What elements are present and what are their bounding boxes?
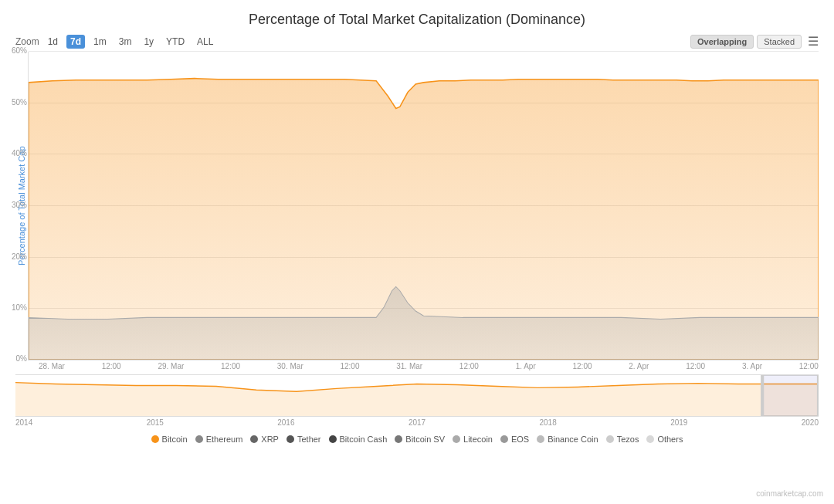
legend-others[interactable]: Others xyxy=(646,435,683,444)
svg-rect-2 xyxy=(817,375,819,416)
zoom-3m[interactable]: 3m xyxy=(115,35,136,49)
nav-label-2014: 2014 xyxy=(15,418,32,427)
litecoin-dot xyxy=(453,435,460,443)
x-label-1200-4: 12:00 xyxy=(459,362,479,370)
zoom-controls: Zoom 1d 7d 1m 3m 1y YTD ALL xyxy=(15,35,217,49)
x-label-28mar: 28. Mar xyxy=(39,362,65,370)
bitcoin-cash-dot xyxy=(329,435,337,443)
view-stacked[interactable]: Stacked xyxy=(757,35,802,49)
top-controls: Zoom 1d 7d 1m 3m 1y YTD ALL Overlapping … xyxy=(8,34,826,49)
xrp-dot xyxy=(250,435,258,443)
navigator-container xyxy=(15,374,819,417)
svg-rect-0 xyxy=(762,375,819,416)
legend-tezos[interactable]: Tezos xyxy=(606,435,639,444)
zoom-1d[interactable]: 1d xyxy=(44,35,62,49)
x-label-2apr: 2. Apr xyxy=(629,362,649,370)
bitcoin-sv-dot xyxy=(395,435,402,443)
zoom-label: Zoom xyxy=(15,36,39,47)
x-axis-labels: 28. Mar 12:00 29. Mar 12:00 30. Mar 12:0… xyxy=(39,362,819,370)
view-overlapping[interactable]: Overlapping xyxy=(690,35,754,49)
x-label-1200-7: 12:00 xyxy=(799,362,819,370)
bitcoin-dot xyxy=(151,435,159,443)
zoom-all[interactable]: ALL xyxy=(193,35,217,49)
nav-label-2019: 2019 xyxy=(670,418,687,427)
nav-label-2016: 2016 xyxy=(277,418,294,427)
legend-ethereum[interactable]: Ethereum xyxy=(195,435,243,444)
legend-litecoin[interactable]: Litecoin xyxy=(453,435,493,444)
xrp-label: XRP xyxy=(261,435,279,444)
navigator-x-labels: 2014 2015 2016 2017 2018 2019 2020 xyxy=(8,417,826,428)
menu-icon[interactable]: ☰ xyxy=(808,34,819,49)
binance-coin-dot xyxy=(537,435,544,443)
x-label-1200-2: 12:00 xyxy=(221,362,240,370)
zoom-7d[interactable]: 7d xyxy=(66,35,85,49)
nav-label-2015: 2015 xyxy=(147,418,164,427)
legend-binance-coin[interactable]: Binance Coin xyxy=(537,435,598,444)
bitcoin-cash-label: Bitcoin Cash xyxy=(340,435,388,444)
x-label-1apr: 1. Apr xyxy=(516,362,536,370)
bitcoin-label: Bitcoin xyxy=(162,435,188,444)
legend-xrp[interactable]: XRP xyxy=(250,435,279,444)
navigator-svg xyxy=(15,375,819,416)
tezos-dot xyxy=(606,435,614,443)
bitcoin-sv-label: Bitcoin SV xyxy=(405,435,445,444)
tezos-label: Tezos xyxy=(617,435,639,444)
zoom-1y[interactable]: 1y xyxy=(140,35,158,49)
zoom-1m[interactable]: 1m xyxy=(90,35,110,49)
x-label-1200-3: 12:00 xyxy=(340,362,359,370)
legend: Bitcoin Ethereum XRP Tether Bitcoin Cash… xyxy=(8,428,826,445)
eos-dot xyxy=(500,435,508,443)
litecoin-label: Litecoin xyxy=(463,435,493,444)
chart-container: Percentage of Total Market Capitalizatio… xyxy=(0,0,834,504)
x-label-29mar: 29. Mar xyxy=(158,362,184,370)
legend-bitcoin-cash[interactable]: Bitcoin Cash xyxy=(329,435,388,444)
ethereum-dot xyxy=(195,435,203,443)
view-controls: Overlapping Stacked ☰ xyxy=(690,34,819,49)
x-label-30mar: 30. Mar xyxy=(277,362,303,370)
nav-label-2018: 2018 xyxy=(540,418,557,427)
x-label-3apr: 3. Apr xyxy=(742,362,762,370)
zoom-ytd[interactable]: YTD xyxy=(162,35,188,49)
x-label-1200-6: 12:00 xyxy=(686,362,705,370)
x-label-1200-5: 12:00 xyxy=(573,362,592,370)
others-label: Others xyxy=(657,435,683,444)
legend-tether[interactable]: Tether xyxy=(286,435,321,444)
main-chart-svg xyxy=(29,52,819,360)
others-dot xyxy=(646,435,654,443)
ethereum-label: Ethereum xyxy=(206,435,243,444)
legend-bitcoin-sv[interactable]: Bitcoin SV xyxy=(395,435,445,444)
chart-title: Percentage of Total Market Capitalizatio… xyxy=(8,8,826,28)
svg-rect-1 xyxy=(761,375,764,416)
legend-eos[interactable]: EOS xyxy=(500,435,529,444)
nav-label-2017: 2017 xyxy=(409,418,425,427)
legend-bitcoin[interactable]: Bitcoin xyxy=(151,435,188,444)
eos-label: EOS xyxy=(511,435,529,444)
nav-label-2020: 2020 xyxy=(802,418,819,427)
binance-coin-label: Binance Coin xyxy=(548,435,598,444)
x-label-1200-1: 12:00 xyxy=(102,362,121,370)
watermark: coinmarketcap.com xyxy=(756,489,823,498)
chart-inner: 60% 50% 40% 30% 20% 10% 0% xyxy=(28,52,819,360)
x-label-31mar: 31. Mar xyxy=(396,362,422,370)
tether-dot xyxy=(286,435,294,443)
main-chart-area: Percentage of Total Market Cap 60% 50% 4… xyxy=(15,52,819,360)
tether-label: Tether xyxy=(297,435,321,444)
